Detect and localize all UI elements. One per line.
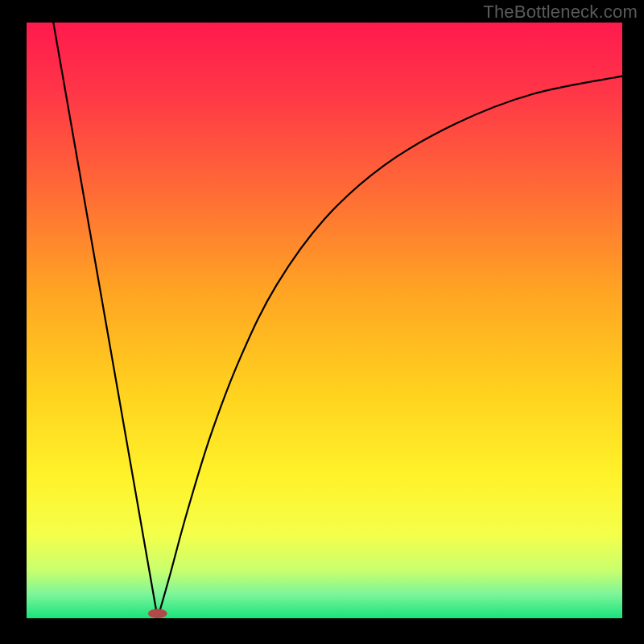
min-marker [148,609,167,618]
bottleneck-chart [0,0,644,644]
chart-frame: TheBottleneck.com [0,0,644,644]
plot-area-group [27,23,622,618]
plot-background [27,23,622,618]
